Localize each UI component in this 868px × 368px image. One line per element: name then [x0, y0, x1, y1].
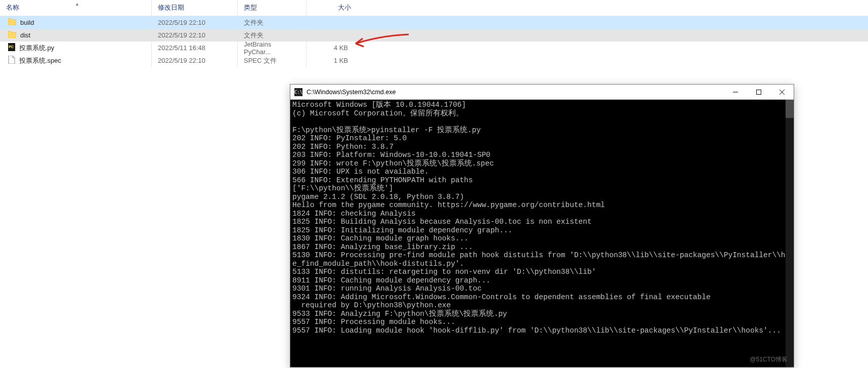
- file-explorer: ▴ 名称 修改日期 类型 大小 build2022/5/19 22:10文件夹d…: [0, 0, 868, 81]
- window-buttons: [724, 85, 794, 99]
- file-name-cell: 投票系统.spec: [0, 54, 152, 67]
- file-name-label: dist: [20, 31, 30, 39]
- maximize-icon: [756, 90, 761, 95]
- file-date-cell: 2022/5/11 16:48: [152, 42, 238, 54]
- file-row[interactable]: PC投票系统.py2022/5/11 16:48JetBrains PyChar…: [0, 42, 868, 54]
- file-name-cell: build: [0, 16, 152, 29]
- svg-text:PC: PC: [9, 45, 14, 49]
- cmd-scroll-thumb[interactable]: [786, 100, 794, 118]
- file-date-cell: 2022/5/19 22:10: [152, 16, 238, 29]
- watermark-text: @51CTO博客: [750, 355, 788, 364]
- cmd-output-text: Microsoft Windows [版本 10.0.19044.1706] (…: [290, 100, 794, 336]
- close-icon: [779, 90, 785, 95]
- file-row[interactable]: build2022/5/19 22:10文件夹: [0, 16, 868, 29]
- file-date-cell: 2022/5/19 22:10: [152, 29, 238, 42]
- column-header-date[interactable]: 修改日期: [152, 0, 238, 16]
- column-header-row: ▴ 名称 修改日期 类型 大小: [0, 0, 868, 16]
- folder-icon: [8, 31, 16, 39]
- file-name-label: build: [20, 19, 34, 26]
- file-date-cell: 2022/5/19 22:10: [152, 54, 238, 67]
- close-button[interactable]: [770, 85, 794, 99]
- file-row[interactable]: dist2022/5/19 22:10文件夹: [0, 29, 868, 42]
- file-name-cell: PC投票系统.py: [0, 42, 152, 54]
- minimize-icon: [733, 90, 738, 95]
- minimize-button[interactable]: [724, 85, 747, 99]
- file-name-label: 投票系统.spec: [19, 56, 61, 65]
- file-name-cell: dist: [0, 29, 152, 42]
- file-type-cell: 文件夹: [238, 16, 307, 29]
- file-size-cell: [307, 16, 357, 29]
- file-type-cell: 文件夹: [238, 29, 307, 42]
- cmd-scrollbar[interactable]: [786, 100, 794, 367]
- svg-rect-3: [757, 90, 761, 94]
- cmd-title-text: C:\Windows\System32\cmd.exe: [307, 89, 724, 96]
- file-size-cell: 4 KB: [307, 42, 357, 54]
- file-icon: [8, 56, 15, 65]
- cmd-titlebar[interactable]: C:\ C:\Windows\System32\cmd.exe: [290, 85, 794, 100]
- sort-indicator-icon: ▴: [76, 1, 78, 7]
- file-type-cell: SPEC 文件: [238, 54, 307, 67]
- file-size-cell: [307, 29, 357, 42]
- folder-icon: [8, 18, 16, 27]
- cmd-app-icon: C:\: [294, 88, 302, 96]
- column-header-type[interactable]: 类型: [238, 0, 307, 16]
- file-list: build2022/5/19 22:10文件夹dist2022/5/19 22:…: [0, 16, 868, 67]
- cmd-body[interactable]: Microsoft Windows [版本 10.0.19044.1706] (…: [290, 100, 794, 367]
- file-type-cell: JetBrains PyChar...: [238, 42, 307, 54]
- pycharm-icon: PC: [8, 43, 15, 53]
- file-size-cell: 1 KB: [307, 54, 357, 67]
- file-name-label: 投票系统.py: [19, 44, 54, 53]
- column-header-size[interactable]: 大小: [307, 0, 357, 16]
- maximize-button[interactable]: [747, 85, 770, 99]
- file-row[interactable]: 投票系统.spec2022/5/19 22:10SPEC 文件1 KB: [0, 54, 868, 67]
- cmd-window: C:\ C:\Windows\System32\cmd.exe Microsof…: [290, 84, 794, 367]
